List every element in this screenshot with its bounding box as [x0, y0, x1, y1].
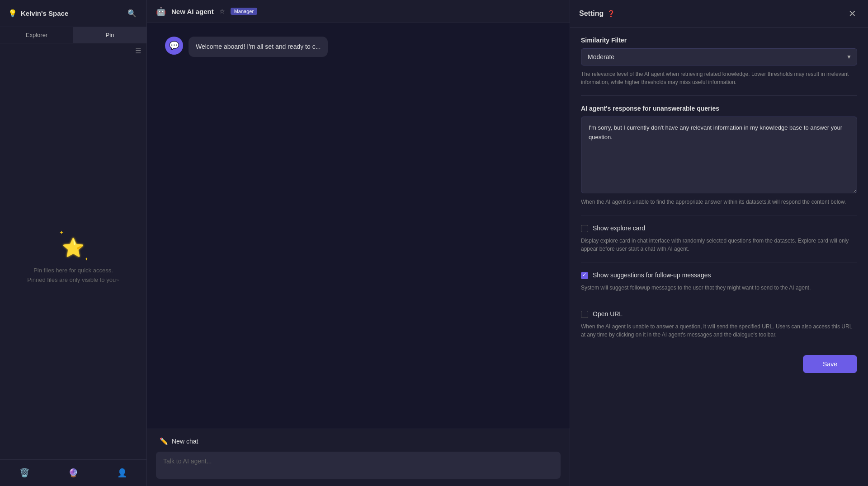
unanswerable-section: AI agent's response for unanswerable que…	[581, 105, 857, 206]
pin-hint: Pin files here for quick access. Pinned …	[27, 266, 119, 285]
suggestions-row: Show suggestions for follow-up messages	[581, 271, 857, 279]
explore-card-label: Show explore card	[593, 224, 645, 232]
agent-icon: 🤖	[156, 6, 166, 16]
sidebar-title-row: 💡 Kelvin's Space	[8, 9, 68, 18]
open-url-checkbox[interactable]	[581, 311, 588, 318]
settings-title: Setting	[579, 9, 604, 18]
bulb-icon: 💡	[8, 9, 17, 18]
similarity-filter-wrapper: Low Moderate High ▼	[581, 48, 857, 65]
sidebar-title: Kelvin's Space	[21, 9, 68, 17]
divider-4	[581, 301, 857, 301]
open-url-row: Open URL	[581, 310, 857, 318]
search-button[interactable]: 🔍	[126, 7, 138, 19]
pin-empty-area: ⭐ ✦ ✦ Pin files here for quick access. P…	[0, 59, 146, 459]
pin-hint-line2: Pinned files are only visible to you~	[27, 276, 119, 283]
explore-button[interactable]: 🔮	[63, 465, 84, 481]
menu-row: ☰	[0, 43, 146, 59]
new-chat-label: New chat	[172, 438, 198, 445]
unanswerable-textarea[interactable]: I'm sorry, but I currently don't have an…	[581, 117, 857, 193]
help-icon[interactable]: ❓	[607, 10, 615, 17]
suggestions-label: Show suggestions for follow-up messages	[593, 271, 711, 279]
close-button[interactable]: ✕	[846, 7, 859, 20]
sidebar-tabs: Explorer Pin	[0, 27, 146, 43]
settings-footer: Save	[570, 348, 868, 384]
favorite-button[interactable]: ☆	[219, 8, 225, 15]
chat-input-placeholder: Talk to AI agent...	[163, 458, 212, 465]
explore-card-row: Show explore card	[581, 224, 857, 232]
avatar-icon: 💬	[169, 41, 179, 51]
open-url-description: When the AI agent is unable to answer a …	[581, 322, 857, 339]
divider-3	[581, 262, 857, 262]
chat-footer: ✏️ New chat Talk to AI agent...	[147, 429, 570, 486]
suggestions-checkbox[interactable]	[581, 272, 588, 279]
settings-panel: Setting ❓ ✕ Similarity Filter Low Modera…	[570, 0, 868, 486]
explore-card-checkbox[interactable]	[581, 225, 588, 232]
agent-name: New AI agent	[171, 8, 214, 15]
pin-hint-line1: Pin files here for quick access.	[33, 267, 113, 274]
sidebar-bottom-bar: 🗑️ 🔮 👤	[0, 459, 146, 486]
trash-button[interactable]: 🗑️	[14, 465, 35, 481]
open-url-section: Open URL When the AI agent is unable to …	[581, 310, 857, 339]
users-button[interactable]: 👤	[112, 465, 132, 481]
settings-body: Similarity Filter Low Moderate High ▼ Th…	[570, 28, 868, 348]
explore-card-section: Show explore card Display explore card i…	[581, 224, 857, 253]
similarity-filter-section: Similarity Filter Low Moderate High ▼ Th…	[581, 37, 857, 86]
settings-title-row: Setting ❓	[579, 9, 615, 18]
chat-input-area[interactable]: Talk to AI agent...	[156, 452, 561, 479]
new-chat-row[interactable]: ✏️ New chat	[156, 435, 561, 448]
main-chat: 🤖 New AI agent ☆ Manager 💬 Welcome aboar…	[147, 0, 570, 486]
star-decoration: ⭐ ✦ ✦	[62, 234, 85, 259]
chat-body: 💬 Welcome aboard! I'm all set and ready …	[147, 23, 570, 429]
welcome-message-bubble: Welcome aboard! I'm all set and ready to…	[189, 37, 328, 57]
chat-header: 🤖 New AI agent ☆ Manager	[147, 0, 570, 23]
tab-explorer[interactable]: Explorer	[0, 27, 73, 43]
unanswerable-label: AI agent's response for unanswerable que…	[581, 105, 857, 112]
similarity-filter-label: Similarity Filter	[581, 37, 857, 44]
suggestions-section: Show suggestions for follow-up messages …	[581, 271, 857, 292]
divider-2	[581, 215, 857, 215]
hamburger-menu-button[interactable]: ☰	[135, 47, 141, 55]
sidebar-header: 💡 Kelvin's Space 🔍	[0, 0, 146, 27]
settings-header: Setting ❓ ✕	[570, 0, 868, 28]
welcome-message-text: Welcome aboard! I'm all set and ready to…	[196, 43, 321, 50]
manager-badge: Manager	[231, 8, 257, 15]
save-button[interactable]: Save	[803, 355, 857, 373]
unanswerable-description: When the AI agent is unable to find the …	[581, 198, 857, 206]
new-chat-icon: ✏️	[160, 437, 168, 445]
open-url-label: Open URL	[593, 310, 623, 318]
explore-card-description: Display explore card in chat interface w…	[581, 237, 857, 253]
suggestions-description: System will suggest followup messages to…	[581, 284, 857, 292]
message-row: 💬 Welcome aboard! I'm all set and ready …	[165, 37, 328, 57]
sidebar: 💡 Kelvin's Space 🔍 Explorer Pin ☰ ⭐ ✦ ✦ …	[0, 0, 147, 486]
tab-pin[interactable]: Pin	[73, 27, 146, 43]
similarity-filter-select[interactable]: Low Moderate High	[581, 48, 857, 65]
avatar: 💬	[165, 37, 183, 55]
divider-1	[581, 95, 857, 96]
similarity-filter-description: The relevance level of the AI agent when…	[581, 70, 857, 86]
